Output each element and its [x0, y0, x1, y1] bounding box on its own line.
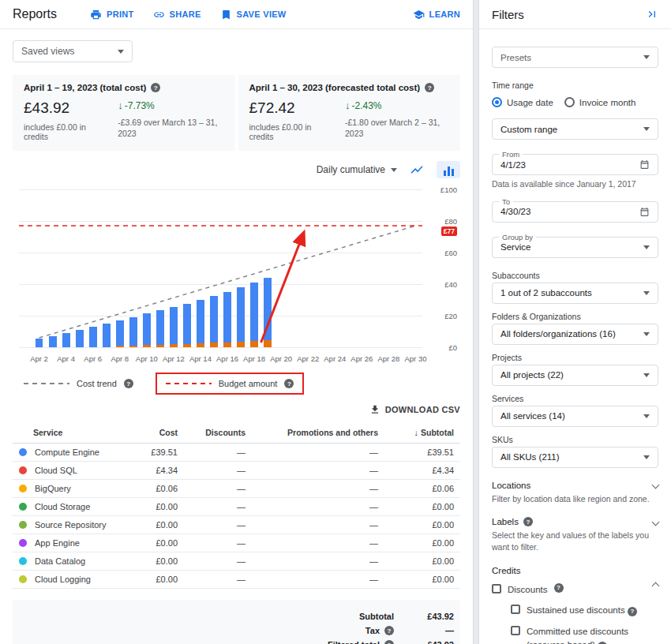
print-button[interactable]: PRINT — [90, 9, 134, 21]
calendar-icon[interactable] — [639, 207, 650, 217]
red-dashed-line-icon — [166, 383, 212, 384]
daily-cost-bar[interactable] — [62, 333, 70, 347]
table-row[interactable]: Cloud Logging£0.00——£0.00 — [13, 571, 460, 589]
table-row[interactable]: Data Catalog£0.00——£0.00 — [13, 552, 460, 571]
table-row[interactable]: Cloud SQL£4.34——£4.34 — [13, 462, 460, 480]
help-icon[interactable]: ? — [384, 640, 394, 644]
help-icon[interactable]: ? — [628, 607, 637, 616]
learn-button[interactable]: LEARN — [413, 9, 460, 21]
share-button[interactable]: SHARE — [153, 9, 201, 21]
table-row[interactable]: App Engine£0.00——£0.00 — [13, 534, 460, 552]
x-axis-tick-label: Apr 30 — [404, 354, 426, 363]
folders-dropdown[interactable]: All folders/organizations (16) — [492, 324, 658, 345]
daily-cost-bar[interactable] — [223, 292, 231, 347]
x-axis-tick-label: Apr 24 — [324, 354, 346, 363]
presets-dropdown[interactable]: Presets — [492, 47, 658, 68]
chevron-down-icon — [643, 245, 650, 249]
bar-chart-toggle[interactable] — [437, 161, 460, 178]
y-axis-tick-label: £20 — [444, 312, 457, 320]
daily-cost-bar[interactable] — [156, 310, 164, 347]
help-icon[interactable]: ? — [425, 83, 434, 92]
help-icon[interactable]: ? — [523, 517, 533, 526]
service-name: Source Repository — [35, 520, 107, 530]
daily-cost-bar[interactable] — [129, 317, 137, 347]
daily-cost-bar[interactable] — [103, 324, 111, 347]
x-axis-tick-label: Apr 20 — [270, 354, 292, 363]
budget-amount-legend[interactable]: Budget amount ? — [156, 373, 305, 395]
table-row[interactable]: Compute Engine£39.51——£39.51 — [13, 444, 460, 462]
committed-discounts-checkbox-row[interactable]: Committed use discounts (resource based)… — [511, 625, 658, 644]
column-subtotal[interactable]: ↓Subtotal — [384, 423, 460, 444]
to-date-field[interactable]: To 4/30/23 — [492, 201, 658, 223]
chart-mode-dropdown[interactable]: Daily cumulative — [317, 164, 397, 175]
daily-cost-bar[interactable] — [49, 336, 57, 347]
daily-cost-bar[interactable] — [116, 320, 124, 347]
radio-unselected-icon — [564, 97, 575, 107]
locations-helper-text: Filter by location data like region and … — [492, 493, 658, 505]
checkbox-unchecked-icon[interactable] — [511, 626, 520, 635]
help-icon[interactable]: ? — [124, 379, 133, 388]
daily-cost-bar[interactable] — [197, 300, 204, 347]
saved-views-dropdown[interactable]: Saved views — [13, 40, 133, 62]
daily-cost-bar[interactable] — [143, 313, 151, 347]
invoice-month-radio[interactable]: Invoice month — [564, 97, 636, 107]
daily-cost-bar[interactable] — [210, 296, 218, 347]
forecast-credits: includes £0.00 in credits — [249, 122, 330, 141]
checkbox-unchecked-icon[interactable] — [511, 605, 520, 614]
daily-cost-bar[interactable] — [264, 278, 272, 347]
help-icon[interactable]: ? — [384, 626, 394, 635]
projects-dropdown[interactable]: All projects (22) — [492, 365, 658, 386]
daily-cost-bar[interactable] — [183, 304, 191, 347]
save-view-button[interactable]: SAVE VIEW — [220, 9, 287, 21]
group-by-dropdown[interactable]: Group by Service — [492, 237, 658, 258]
discounts-checkbox-row[interactable]: Discounts ? — [492, 583, 658, 597]
daily-cost-bar[interactable] — [76, 330, 84, 347]
help-icon[interactable]: ? — [598, 642, 607, 644]
download-csv-button[interactable]: DOWNLOAD CSV — [369, 404, 460, 415]
daily-cost-bar[interactable] — [170, 307, 178, 347]
help-icon[interactable]: ? — [554, 583, 564, 593]
from-value: 4/1/23 — [500, 160, 526, 170]
arrow-down-icon: ↓ — [118, 99, 123, 111]
table-row[interactable]: Cloud Storage£0.00——£0.00 — [13, 498, 460, 516]
y-axis-tick-label: £40 — [444, 280, 457, 289]
daily-cost-bar[interactable] — [237, 287, 245, 347]
sustained-discounts-checkbox-row[interactable]: Sustained use discounts ? — [511, 604, 658, 617]
subaccounts-dropdown[interactable]: 1 out of 2 subaccounts — [492, 283, 658, 304]
column-promotions[interactable]: Promotions and others — [252, 423, 384, 444]
calendar-icon[interactable] — [639, 159, 650, 170]
chart-plot-area[interactable] — [19, 189, 422, 347]
locations-section-toggle[interactable]: Locations — [492, 481, 658, 490]
daily-cost-bar[interactable] — [36, 339, 43, 347]
forecast-compare: -£1.80 over March 2 – 31, 2023 — [345, 117, 449, 139]
labels-label: Labels — [492, 517, 519, 526]
from-date-field[interactable]: From 4/1/23 — [492, 154, 658, 175]
table-row[interactable]: Source Repository£0.00——£0.00 — [13, 516, 460, 534]
column-cost[interactable]: Cost — [135, 423, 184, 444]
usage-date-radio[interactable]: Usage date — [492, 97, 553, 107]
service-color-dot — [19, 557, 27, 565]
line-chart-toggle[interactable] — [408, 163, 425, 177]
chevron-up-icon[interactable] — [652, 582, 660, 590]
skus-dropdown[interactable]: All SKUs (211) — [492, 447, 658, 468]
help-icon[interactable]: ? — [151, 83, 160, 92]
help-icon[interactable]: ? — [284, 379, 294, 388]
x-axis-tick-label: Apr 14 — [189, 354, 212, 363]
services-dropdown[interactable]: All services (14) — [492, 406, 658, 427]
collapse-panel-button[interactable] — [646, 8, 658, 21]
x-axis-tick-label: Apr 8 — [111, 354, 129, 363]
checkbox-unchecked-icon[interactable] — [492, 584, 501, 593]
labels-section-toggle[interactable]: Labels ? — [492, 517, 658, 526]
reports-header: Reports PRINT SHARE SAVE VIEW LEARN — [0, 0, 473, 29]
range-type-dropdown[interactable]: Custom range — [492, 118, 658, 140]
cost-trend-legend[interactable]: Cost trend ? — [24, 379, 133, 388]
daily-cost-bar[interactable] — [89, 327, 97, 347]
sustained-discounts-label: Sustained use discounts ? — [527, 604, 637, 617]
daily-cost-bar[interactable] — [250, 283, 258, 347]
column-service[interactable]: Service — [13, 423, 135, 444]
table-row[interactable]: BigQuery£0.06——£0.06 — [13, 480, 460, 498]
table-header-row: Service Cost Discounts Promotions and ot… — [13, 423, 460, 444]
service-color-dot — [19, 521, 27, 529]
column-discounts[interactable]: Discounts — [184, 423, 252, 444]
download-row: DOWNLOAD CSV — [13, 404, 460, 415]
